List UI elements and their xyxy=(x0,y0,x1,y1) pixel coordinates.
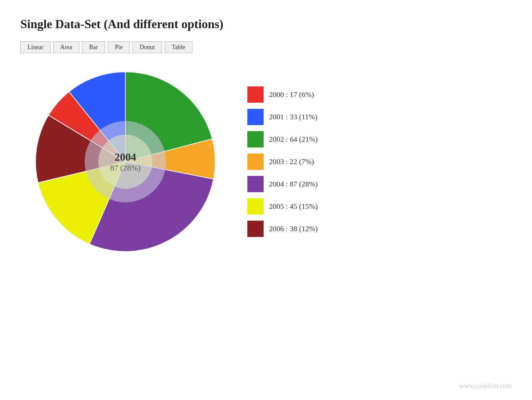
pie-chart: 2004 87 (28%) xyxy=(30,67,220,257)
legend-color-2004 xyxy=(247,176,264,192)
legend-item-2000: 2000 : 17 (6%) xyxy=(247,86,318,103)
tab-pie[interactable]: Pie xyxy=(108,41,130,53)
legend-label-2006: 2006 : 38 (12%) xyxy=(269,224,318,233)
legend-label-2002: 2002 : 64 (21%) xyxy=(269,135,318,144)
legend-item-2002: 2002 : 64 (21%) xyxy=(247,131,318,147)
legend-label-2005: 2005 : 45 (15%) xyxy=(269,202,318,211)
legend-color-2003 xyxy=(247,154,264,170)
legend-item-2006: 2006 : 38 (12%) xyxy=(247,221,318,237)
legend-label-2001: 2001 : 33 (11%) xyxy=(269,113,318,121)
tab-table[interactable]: Table xyxy=(165,41,192,53)
tab-donut[interactable]: Donut xyxy=(132,41,162,53)
legend-color-2001 xyxy=(247,109,264,125)
legend-color-2005 xyxy=(247,198,264,215)
tab-bar[interactable]: Bar xyxy=(82,41,105,53)
tab-area[interactable]: Area xyxy=(53,41,79,53)
legend-label-2003: 2003 : 22 (7%) xyxy=(269,157,314,166)
chart-area: 2004 87 (28%) 2000 : 17 (6%) 2001 : 33 (… xyxy=(20,67,512,257)
legend-label-2000: 2000 : 17 (6%) xyxy=(269,90,314,99)
legend-item-2001: 2001 : 33 (11%) xyxy=(247,109,318,125)
legend-item-2003: 2003 : 22 (7%) xyxy=(247,154,318,170)
legend-label-2004: 2004 : 87 (28%) xyxy=(269,180,318,188)
legend-color-2006 xyxy=(247,221,264,237)
legend-item-2005: 2005 : 45 (15%) xyxy=(247,198,318,215)
legend-color-2000 xyxy=(247,86,264,103)
tab-linear[interactable]: Linear xyxy=(20,41,50,53)
legend-item-2004: 2004 : 87 (28%) xyxy=(247,176,318,192)
tab-bar: Linear Area Bar Pie Donut Table xyxy=(20,41,512,53)
chart-legend: 2000 : 17 (6%) 2001 : 33 (11%) 2002 : 64… xyxy=(247,86,318,237)
watermark: www.codehim.com xyxy=(459,382,512,390)
legend-color-2002 xyxy=(247,131,264,147)
svg-point-2 xyxy=(98,135,152,189)
page-title: Single Data-Set (And different options) xyxy=(20,17,512,31)
